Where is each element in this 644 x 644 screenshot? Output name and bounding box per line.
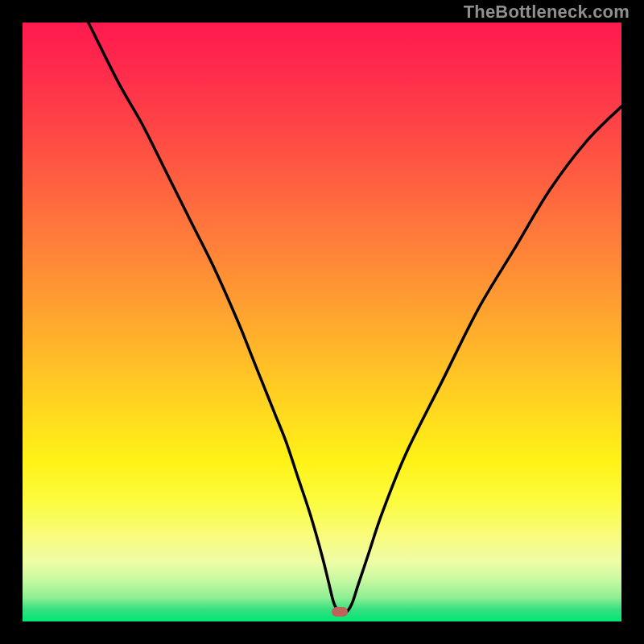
plot-area — [23, 23, 621, 621]
bottleneck-marker-icon — [332, 607, 348, 617]
chart-container: TheBottleneck.com — [0, 0, 644, 644]
curve-path — [89, 23, 621, 613]
bottleneck-curve — [23, 23, 621, 621]
watermark-text: TheBottleneck.com — [464, 2, 630, 23]
